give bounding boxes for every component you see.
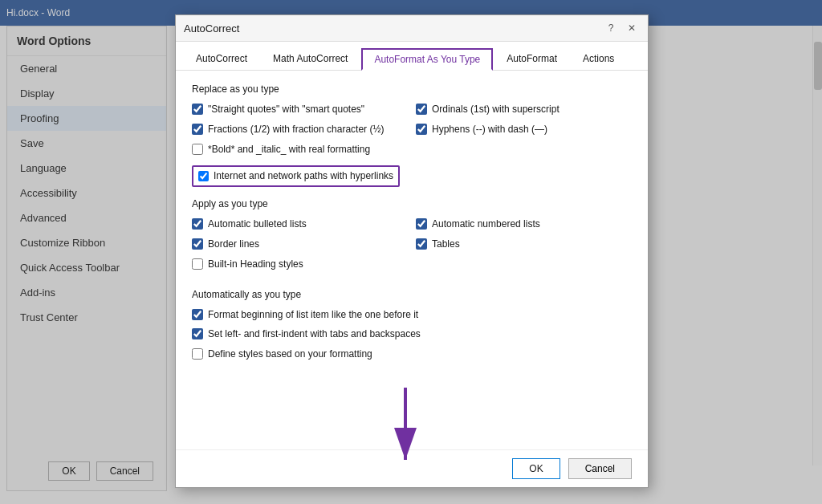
auto-section-label: Automatically as you type bbox=[192, 289, 632, 300]
label-internet-paths: Internet and network paths with hyperlin… bbox=[214, 169, 393, 183]
replace-section-label: Replace as you type bbox=[192, 83, 632, 95]
dialog-help-button[interactable]: ? bbox=[603, 20, 619, 36]
dialog-ok-button[interactable]: OK bbox=[512, 458, 560, 479]
replace-section: "Straight quotes" with "smart quotes" Fr… bbox=[192, 103, 632, 162]
checkbox-row-indent: Set left- and first-indent with tabs and… bbox=[192, 327, 632, 341]
label-fractions: Fractions (1/2) with fraction character … bbox=[208, 123, 384, 136]
dialog-footer: OK Cancel bbox=[176, 449, 648, 487]
label-heading-styles: Built-in Heading styles bbox=[208, 258, 303, 271]
checkbox-format-list[interactable] bbox=[192, 309, 203, 320]
checkbox-row-fractions: Fractions (1/2) with fraction character … bbox=[192, 123, 408, 136]
label-numbered: Automatic numbered lists bbox=[432, 217, 540, 231]
checkbox-internet-paths[interactable] bbox=[198, 171, 209, 181]
checkbox-define-styles[interactable] bbox=[192, 348, 203, 360]
checkbox-tables[interactable] bbox=[416, 238, 427, 250]
apply-left: Automatic bulleted lists Border lines Bu… bbox=[192, 217, 408, 277]
checkbox-fractions[interactable] bbox=[192, 124, 203, 135]
autocorrect-dialog: AutoCorrect ? ✕ AutoCorrect Math AutoCor… bbox=[175, 14, 649, 488]
label-indent: Set left- and first-indent with tabs and… bbox=[208, 327, 421, 341]
checkbox-smart-quotes[interactable] bbox=[192, 104, 203, 115]
apply-section: Automatic bulleted lists Border lines Bu… bbox=[192, 217, 632, 277]
dialog-cancel-button[interactable]: Cancel bbox=[568, 458, 632, 479]
apply-right: Automatic numbered lists Tables bbox=[416, 217, 632, 277]
checkbox-row-ordinals: Ordinals (1st) with superscript bbox=[416, 103, 632, 116]
apply-section-label: Apply as you type bbox=[192, 198, 632, 209]
checkbox-row-tables: Tables bbox=[416, 238, 632, 251]
checkbox-ordinals[interactable] bbox=[416, 104, 427, 115]
dialog-titlebar: AutoCorrect ? ✕ bbox=[176, 15, 648, 42]
checkbox-heading-styles[interactable] bbox=[192, 258, 203, 270]
tab-autoformat-as-you-type[interactable]: AutoFormat As You Type bbox=[361, 48, 493, 71]
checkbox-indent[interactable] bbox=[192, 328, 203, 339]
label-hyphens: Hyphens (--) with dash (—) bbox=[432, 123, 547, 136]
checkbox-row-hyphens: Hyphens (--) with dash (—) bbox=[416, 123, 632, 136]
auto-section-divider: Automatically as you type bbox=[192, 289, 632, 300]
label-define-styles: Define styles based on your formatting bbox=[208, 348, 372, 361]
checkbox-row-define-styles: Define styles based on your formatting bbox=[192, 348, 632, 361]
label-smart-quotes: "Straight quotes" with "smart quotes" bbox=[208, 103, 364, 116]
checkbox-bold-italic[interactable] bbox=[192, 144, 203, 155]
auto-section: Format beginning of list item like the o… bbox=[192, 308, 632, 361]
label-ordinals: Ordinals (1st) with superscript bbox=[432, 103, 560, 116]
label-bold-italic: *Bold* and _italic_ with real formatting bbox=[208, 143, 370, 156]
tab-actions[interactable]: Actions bbox=[571, 48, 626, 70]
label-bulleted: Automatic bulleted lists bbox=[208, 217, 307, 231]
checkbox-hyphens[interactable] bbox=[416, 124, 427, 135]
checkbox-row-numbered: Automatic numbered lists bbox=[416, 217, 632, 231]
checkbox-bulleted[interactable] bbox=[192, 218, 203, 230]
checkbox-row-heading-styles: Built-in Heading styles bbox=[192, 258, 408, 271]
tab-autoformat[interactable]: AutoFormat bbox=[494, 48, 569, 70]
checkbox-row-smart-quotes: "Straight quotes" with "smart quotes" bbox=[192, 103, 408, 116]
label-format-list: Format beginning of list item like the o… bbox=[208, 308, 418, 322]
apply-section-divider: Apply as you type bbox=[192, 198, 632, 209]
tab-autocorrect[interactable]: AutoCorrect bbox=[184, 48, 259, 70]
checkbox-border-lines[interactable] bbox=[192, 238, 203, 250]
checkbox-row-bulleted: Automatic bulleted lists bbox=[192, 217, 408, 231]
label-tables: Tables bbox=[432, 238, 460, 251]
dialog-tabs: AutoCorrect Math AutoCorrect AutoFormat … bbox=[176, 42, 648, 71]
checkbox-row-border-lines: Border lines bbox=[192, 238, 408, 251]
label-border-lines: Border lines bbox=[208, 238, 259, 251]
replace-right: Ordinals (1st) with superscript Hyphens … bbox=[416, 103, 632, 162]
checkbox-row-format-list: Format beginning of list item like the o… bbox=[192, 308, 632, 322]
dialog-title: AutoCorrect bbox=[184, 22, 239, 35]
replace-left: "Straight quotes" with "smart quotes" Fr… bbox=[192, 103, 408, 162]
checkbox-numbered[interactable] bbox=[416, 218, 427, 230]
highlighted-internet-paths-row: Internet and network paths with hyperlin… bbox=[192, 165, 400, 187]
checkbox-row-bold-italic: *Bold* and _italic_ with real formatting bbox=[192, 143, 408, 156]
dialog-close-button[interactable]: ✕ bbox=[624, 20, 640, 36]
dialog-titlebar-controls: ? ✕ bbox=[603, 20, 640, 36]
tab-math-autocorrect[interactable]: Math AutoCorrect bbox=[261, 48, 360, 70]
dialog-content: Replace as you type "Straight quotes" wi… bbox=[176, 71, 648, 449]
